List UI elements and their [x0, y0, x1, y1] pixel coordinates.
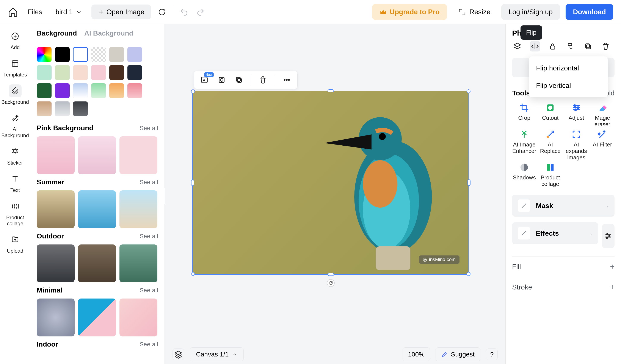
home-icon[interactable]: [8, 7, 18, 17]
flip-vertical[interactable]: Flip vertical: [529, 77, 608, 94]
tab-background[interactable]: Background: [37, 29, 77, 37]
swatch[interactable]: [73, 101, 88, 116]
bg-thumb[interactable]: [37, 190, 75, 228]
resize-handle[interactable]: [191, 89, 195, 93]
sync-icon[interactable]: [156, 7, 167, 17]
swatch-selected[interactable]: [73, 47, 88, 62]
frame-button[interactable]: [216, 75, 227, 85]
download-button[interactable]: Download: [566, 4, 613, 20]
see-all-link[interactable]: See all: [139, 341, 158, 348]
rail-product-collage[interactable]: Product collage: [6, 200, 24, 227]
bg-thumb[interactable]: [120, 190, 157, 228]
rail-sticker[interactable]: Sticker: [7, 145, 23, 166]
resize-handle[interactable]: [191, 272, 195, 276]
see-all-link[interactable]: See all: [139, 179, 158, 186]
undo-button[interactable]: [179, 7, 190, 17]
swatch[interactable]: [91, 65, 106, 80]
paint-icon[interactable]: [565, 41, 575, 51]
swatch[interactable]: [55, 101, 70, 116]
bg-thumb[interactable]: [120, 244, 157, 282]
open-image-button[interactable]: Open Image: [91, 4, 151, 19]
rail-ai-background[interactable]: AI Background: [1, 111, 29, 139]
rail-upload[interactable]: Upload: [7, 233, 23, 254]
tool-magic-eraser[interactable]: Magic eraser: [590, 103, 615, 128]
bg-thumb[interactable]: [120, 136, 157, 174]
resize-button[interactable]: Resize: [453, 4, 496, 20]
layers-icon[interactable]: [512, 41, 522, 51]
ai-tool-button[interactable]: New: [199, 75, 210, 85]
suggest-button[interactable]: Suggest: [436, 348, 481, 361]
rail-background[interactable]: Background: [1, 84, 29, 105]
bg-thumb[interactable]: [37, 136, 75, 174]
swatch[interactable]: [109, 65, 124, 80]
login-button[interactable]: Log in/Sign up: [501, 4, 560, 20]
resize-handle[interactable]: [467, 89, 470, 93]
bg-thumb[interactable]: [37, 244, 75, 282]
resize-handle[interactable]: [191, 179, 194, 186]
bg-thumb[interactable]: [78, 136, 116, 174]
more-button[interactable]: [281, 75, 292, 85]
swatch[interactable]: [37, 65, 52, 80]
see-all-link[interactable]: See all: [139, 125, 158, 132]
upgrade-button[interactable]: Upgrade to Pro: [372, 4, 447, 20]
swatch[interactable]: [127, 65, 142, 80]
delete-button[interactable]: [258, 75, 268, 85]
fill-row[interactable]: Fill+: [512, 256, 615, 277]
see-all-link[interactable]: See all: [139, 233, 158, 240]
swatch[interactable]: [55, 83, 70, 98]
resize-handle[interactable]: [467, 179, 470, 186]
bg-thumb[interactable]: [78, 190, 116, 228]
copy-icon[interactable]: [583, 41, 593, 51]
rotate-handle[interactable]: [327, 279, 335, 287]
tool-ai-expand[interactable]: AI expands images: [564, 129, 589, 161]
resize-handle[interactable]: [328, 89, 334, 92]
mask-block[interactable]: Mask ⌄: [512, 195, 615, 217]
flip-horizontal[interactable]: Flip horizontal: [529, 60, 608, 77]
tool-ai-replace[interactable]: AI Replace: [538, 129, 563, 161]
flip-icon[interactable]: [530, 41, 540, 51]
swatch[interactable]: [127, 83, 142, 98]
tool-product-collage[interactable]: Product collage: [538, 162, 563, 187]
swatch[interactable]: [109, 83, 124, 98]
lock-icon[interactable]: [548, 41, 558, 51]
bg-thumb[interactable]: [37, 299, 75, 336]
swatch[interactable]: [55, 65, 70, 80]
trash-icon[interactable]: [601, 41, 611, 51]
see-all-link[interactable]: See all: [139, 287, 158, 294]
effects-settings-button[interactable]: [602, 224, 615, 248]
selected-photo[interactable]: ◎insMind.com: [192, 91, 469, 275]
effects-block[interactable]: Effects ⌄: [512, 222, 598, 244]
tool-adjust[interactable]: Adjust: [564, 103, 589, 128]
swatch[interactable]: [37, 83, 52, 98]
canvas-area[interactable]: New ◎insMind.com Can: [165, 24, 505, 364]
rail-add[interactable]: Add: [9, 30, 22, 51]
rail-text[interactable]: Text: [9, 173, 22, 193]
swatch[interactable]: [37, 101, 52, 116]
rail-templates[interactable]: Templates: [3, 57, 27, 78]
layers-button[interactable]: [172, 348, 184, 360]
swatch[interactable]: [91, 83, 106, 98]
swatch-transparent[interactable]: [91, 47, 106, 62]
swatch[interactable]: [109, 47, 124, 62]
resize-handle[interactable]: [328, 273, 334, 276]
tool-crop[interactable]: Crop: [512, 103, 536, 128]
resize-handle[interactable]: [467, 272, 470, 276]
swatch-picker[interactable]: [37, 47, 52, 62]
zoom-level[interactable]: 100%: [403, 348, 430, 361]
bg-thumb[interactable]: [78, 244, 116, 282]
tool-shadows[interactable]: Shadows: [512, 162, 536, 187]
swatch[interactable]: [73, 83, 88, 98]
bg-thumb[interactable]: [120, 299, 157, 336]
swatch[interactable]: [127, 47, 142, 62]
files-menu[interactable]: Files: [24, 5, 46, 18]
swatch[interactable]: [55, 47, 70, 62]
filename-dropdown[interactable]: bird 1: [52, 5, 86, 18]
canvas-pager[interactable]: Canvas 1/1: [190, 348, 244, 361]
tool-ai-filter[interactable]: AI Filter: [590, 129, 615, 161]
bg-thumb[interactable]: [78, 299, 116, 336]
tab-ai-background[interactable]: AI Background: [84, 29, 134, 37]
duplicate-button[interactable]: [234, 75, 244, 85]
tool-cutout[interactable]: Cutout: [538, 103, 563, 128]
help-button[interactable]: ?: [486, 348, 498, 360]
redo-button[interactable]: [195, 7, 206, 17]
